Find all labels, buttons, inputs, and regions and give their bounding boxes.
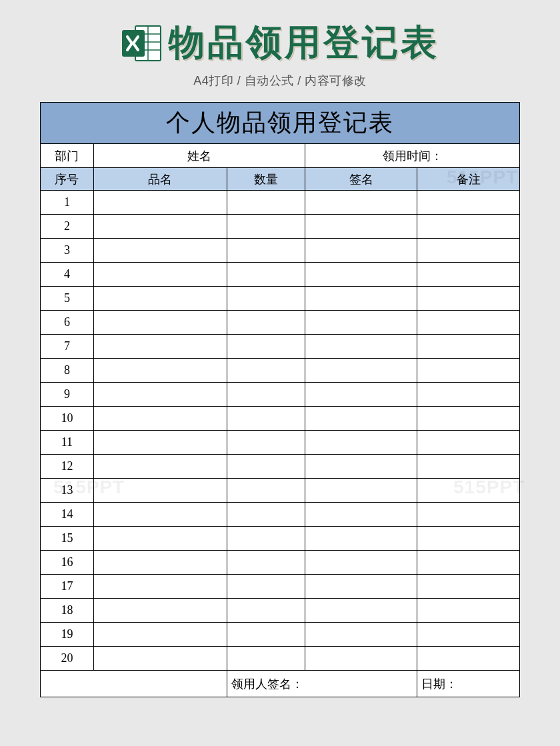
col-qty: 数量 (227, 168, 305, 191)
table-row: 1 (41, 191, 520, 215)
cell (417, 503, 520, 527)
cell (417, 263, 520, 287)
cell (417, 407, 520, 431)
table-row: 9 (41, 383, 520, 407)
table-row: 18 (41, 599, 520, 623)
cell (417, 527, 520, 551)
cell (417, 551, 520, 575)
cell (305, 311, 417, 335)
cell (417, 575, 520, 599)
col-seq: 序号 (41, 168, 94, 191)
cell (227, 311, 305, 335)
cell (305, 527, 417, 551)
cell (93, 599, 227, 623)
cell (417, 287, 520, 311)
table-row: 8 (41, 359, 520, 383)
cell (305, 647, 417, 671)
excel-icon (121, 22, 163, 65)
cell (305, 575, 417, 599)
cell (227, 287, 305, 311)
cell (227, 383, 305, 407)
cell (305, 335, 417, 359)
cell (417, 479, 520, 503)
cell (305, 215, 417, 239)
cell (93, 455, 227, 479)
table-row: 17 (41, 575, 520, 599)
cell (93, 311, 227, 335)
name-label: 姓名 (93, 144, 305, 168)
cell-seq: 6 (41, 311, 94, 335)
table-row: 12 (41, 455, 520, 479)
cell (417, 599, 520, 623)
cell (93, 623, 227, 647)
cell (227, 359, 305, 383)
cell (305, 191, 417, 215)
table-row: 2 (41, 215, 520, 239)
cell (417, 623, 520, 647)
cell-seq: 4 (41, 263, 94, 287)
cell (417, 359, 520, 383)
cell (93, 359, 227, 383)
cell (417, 647, 520, 671)
cell (305, 599, 417, 623)
table-row: 14 (41, 503, 520, 527)
date-label: 日期： (417, 671, 520, 697)
column-header-row: 序号 品名 数量 签名 备注 (41, 168, 520, 191)
cell (417, 455, 520, 479)
cell-seq: 1 (41, 191, 94, 215)
cell (417, 383, 520, 407)
spreadsheet-preview: 个人物品领用登记表 部门 姓名 领用时间： 序号 品名 数量 签名 备注 123… (40, 102, 520, 697)
cell (93, 215, 227, 239)
cell (305, 479, 417, 503)
cell-seq: 14 (41, 503, 94, 527)
cell (93, 431, 227, 455)
cell (227, 479, 305, 503)
table-row: 3 (41, 239, 520, 263)
cell (93, 503, 227, 527)
cell (227, 335, 305, 359)
cell-seq: 2 (41, 215, 94, 239)
cell (93, 647, 227, 671)
cell-seq: 7 (41, 335, 94, 359)
cell (227, 455, 305, 479)
cell (93, 191, 227, 215)
cell (227, 647, 305, 671)
cell (93, 383, 227, 407)
signer-label: 领用人签名： (227, 671, 417, 697)
cell-seq: 11 (41, 431, 94, 455)
cell (305, 287, 417, 311)
table-row: 6 (41, 311, 520, 335)
cell-seq: 12 (41, 455, 94, 479)
page-title: 物品领用登记表 (169, 19, 439, 67)
sheet-title-row: 个人物品领用登记表 (41, 103, 520, 144)
page-subtitle: A4打印 / 自动公式 / 内容可修改 (0, 73, 560, 89)
col-item: 品名 (93, 168, 227, 191)
cell (305, 263, 417, 287)
cell (305, 551, 417, 575)
page-header: 物品领用登记表 (0, 0, 560, 67)
register-table: 个人物品领用登记表 部门 姓名 领用时间： 序号 品名 数量 签名 备注 123… (40, 102, 520, 697)
time-label: 领用时间： (305, 144, 520, 168)
cell (227, 407, 305, 431)
cell (417, 239, 520, 263)
table-row: 20 (41, 647, 520, 671)
cell (305, 623, 417, 647)
cell (93, 575, 227, 599)
cell-seq: 18 (41, 599, 94, 623)
cell-seq: 5 (41, 287, 94, 311)
col-sign: 签名 (305, 168, 417, 191)
table-row: 4 (41, 263, 520, 287)
table-row: 15 (41, 527, 520, 551)
table-row: 13 (41, 479, 520, 503)
cell (227, 599, 305, 623)
cell-seq: 9 (41, 383, 94, 407)
cell (93, 287, 227, 311)
cell (417, 335, 520, 359)
table-row: 11 (41, 431, 520, 455)
cell (93, 551, 227, 575)
table-row: 19 (41, 623, 520, 647)
cell (227, 191, 305, 215)
cell-seq: 19 (41, 623, 94, 647)
cell (305, 407, 417, 431)
cell-seq: 10 (41, 407, 94, 431)
